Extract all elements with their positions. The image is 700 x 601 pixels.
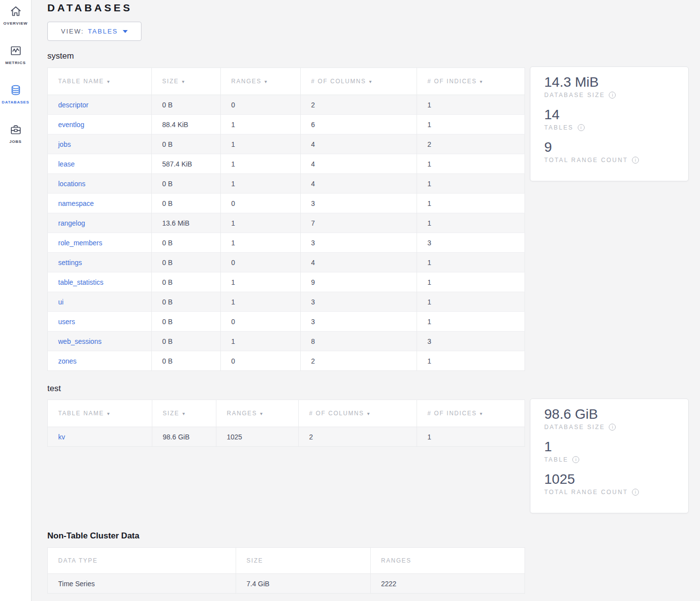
table-row: lease587.4 KiB141 xyxy=(48,154,525,174)
table-cell: 1 xyxy=(221,154,301,174)
database-icon xyxy=(9,84,22,97)
info-icon[interactable] xyxy=(609,424,616,431)
sidebar-item-databases[interactable]: DATABASES xyxy=(0,83,31,122)
table-cell: 98.6 GiB xyxy=(152,427,216,447)
info-icon[interactable] xyxy=(578,124,585,131)
sort-caret-icon: ▾ xyxy=(480,79,482,84)
column-header-table-name[interactable]: TABLE NAME▾ xyxy=(48,400,152,427)
table-cell: lease xyxy=(48,154,152,174)
table-cell: 1 xyxy=(417,272,525,292)
table-name-link[interactable]: locations xyxy=(58,180,85,188)
info-icon[interactable] xyxy=(632,157,639,164)
table-cell: rangelog xyxy=(48,213,152,233)
column-header-ranges[interactable]: RANGES▾ xyxy=(221,68,301,95)
table-name-link[interactable]: jobs xyxy=(58,140,71,148)
table-name-link[interactable]: rangelog xyxy=(58,219,85,227)
table-row: kv98.6 GiB102521 xyxy=(48,427,525,447)
table-cell: 0 B xyxy=(152,134,221,154)
table-cell: 0 xyxy=(221,95,301,115)
sidebar-item-label: JOBS xyxy=(9,139,22,144)
table-cell: 2 xyxy=(417,134,525,154)
table-row: eventlog88.4 KiB161 xyxy=(48,115,525,134)
column-header-size[interactable]: SIZE▾ xyxy=(152,400,216,427)
sort-caret-icon: ▾ xyxy=(367,411,370,416)
table-name-link[interactable]: role_members xyxy=(58,239,102,247)
table-cell: 3 xyxy=(417,233,525,253)
table-cell: 2 xyxy=(301,95,417,115)
table-cell: 1 xyxy=(417,253,525,272)
table-name-link[interactable]: namespace xyxy=(58,200,94,207)
stat-block: 9 TOTAL RANGE COUNT xyxy=(544,138,688,164)
view-dropdown-label: VIEW: xyxy=(61,28,84,35)
table-name-link[interactable]: table_statistics xyxy=(58,278,104,286)
table-cell: 587.4 KiB xyxy=(152,154,221,174)
table-name-link[interactable]: settings xyxy=(58,259,82,267)
info-icon[interactable] xyxy=(572,456,579,463)
table-cell: 4 xyxy=(301,134,417,154)
sidebar-item-jobs[interactable]: JOBS xyxy=(0,122,31,162)
table-cell: 4 xyxy=(301,174,417,194)
database-size-value: 14.3 MiB xyxy=(544,73,688,91)
table-cell: 88.4 KiB xyxy=(152,115,221,134)
table-cell: 0 B xyxy=(152,194,221,213)
column-header-label: RANGES xyxy=(381,557,411,564)
database-size-label: DATABASE SIZE xyxy=(544,92,605,99)
page-title: DATABASES xyxy=(47,0,525,14)
column-header-label: # OF INDICES xyxy=(427,78,477,85)
sidebar: OVERVIEW METRICS DATABASES xyxy=(0,0,32,601)
column-header--of-indices[interactable]: # OF INDICES▾ xyxy=(417,400,525,427)
total-range-count-label: TOTAL RANGE COUNT xyxy=(544,157,628,164)
total-range-count-label: TOTAL RANGE COUNT xyxy=(544,489,628,496)
table-row: zones0 B021 xyxy=(48,351,525,371)
column-header-label: DATA TYPE xyxy=(58,557,98,564)
table-header: TABLE NAME▾SIZE▾RANGES▾# OF COLUMNS▾# OF… xyxy=(48,400,525,427)
column-header--of-columns[interactable]: # OF COLUMNS▾ xyxy=(299,400,417,427)
info-icon[interactable] xyxy=(632,489,639,496)
table-cell: 2222 xyxy=(371,574,525,594)
table-cell: 1 xyxy=(417,174,525,194)
column-header--of-indices[interactable]: # OF INDICES▾ xyxy=(417,68,525,95)
table-row: locations0 B141 xyxy=(48,174,525,194)
column-header-table-name[interactable]: TABLE NAME▾ xyxy=(48,68,152,95)
table-cell: 0 B xyxy=(152,95,221,115)
table-name-link[interactable]: descriptor xyxy=(58,101,88,109)
table-cell: 0 B xyxy=(152,292,221,312)
table-cell: 3 xyxy=(301,292,417,312)
table-cell: 8 xyxy=(301,332,417,351)
table-cell: 1 xyxy=(417,213,525,233)
column-header-size[interactable]: SIZE▾ xyxy=(152,68,221,95)
table-cell: role_members xyxy=(48,233,152,253)
table-cell: 3 xyxy=(417,332,525,351)
briefcase-icon xyxy=(9,123,22,136)
view-dropdown[interactable]: VIEW: TABLES xyxy=(47,22,141,41)
sort-caret-icon: ▾ xyxy=(182,411,185,416)
info-icon[interactable] xyxy=(609,92,616,99)
table-row: web_sessions0 B183 xyxy=(48,332,525,351)
sidebar-item-overview[interactable]: OVERVIEW xyxy=(0,4,31,43)
table-name-link[interactable]: users xyxy=(58,318,75,326)
sidebar-item-metrics[interactable]: METRICS xyxy=(0,43,31,83)
sort-caret-icon: ▾ xyxy=(264,79,267,84)
table-name-link[interactable]: kv xyxy=(58,433,65,441)
table-cell: 0 B xyxy=(152,272,221,292)
table-header: DATA TYPESIZERANGES xyxy=(48,548,525,574)
column-header-label: # OF COLUMNS xyxy=(309,410,364,417)
table-cell: 0 B xyxy=(152,174,221,194)
table-name-link[interactable]: lease xyxy=(58,160,74,168)
table-name-link[interactable]: web_sessions xyxy=(58,337,102,345)
table-name-link[interactable]: eventlog xyxy=(58,121,84,129)
table-cell: 0 B xyxy=(152,351,221,371)
home-icon xyxy=(9,5,22,18)
table-cell: 1 xyxy=(221,233,301,253)
table-cell: 0 B xyxy=(152,332,221,351)
column-header-size: SIZE xyxy=(236,548,371,574)
tables-count-label: TABLE xyxy=(544,456,568,463)
column-header--of-columns[interactable]: # OF COLUMNS▾ xyxy=(301,68,417,95)
main-content: DATABASES VIEW: TABLES system TABLE NAME… xyxy=(47,0,525,594)
table-name-link[interactable]: ui xyxy=(58,298,64,306)
table-cell: 0 xyxy=(221,194,301,213)
table-cell: 1 xyxy=(417,154,525,174)
table-name-link[interactable]: zones xyxy=(58,357,76,365)
tables-count-value: 14 xyxy=(544,106,688,123)
column-header-ranges[interactable]: RANGES▾ xyxy=(216,400,299,427)
